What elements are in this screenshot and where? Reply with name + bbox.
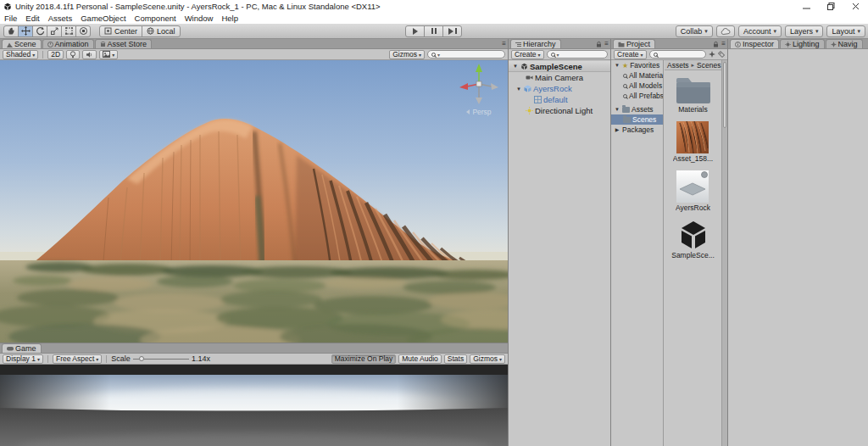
scrollbar-thumb[interactable]	[723, 62, 726, 128]
scene-viewport[interactable]: Persp	[0, 60, 508, 343]
favorite-all-models[interactable]: All Models	[611, 81, 663, 91]
expander-icon[interactable]: ▶	[614, 127, 620, 132]
assets-root-folder[interactable]: ▼ Assets	[611, 104, 663, 114]
menu-file[interactable]: File	[0, 13, 21, 24]
menu-help[interactable]: Help	[217, 13, 242, 24]
expander-icon[interactable]: ▼	[512, 64, 519, 69]
asset-item-materials[interactable]: Materials	[676, 75, 711, 114]
search-by-label-icon[interactable]	[718, 51, 725, 58]
asset-item-texture[interactable]: Asset_158...	[673, 121, 713, 163]
scene-effects-dropdown[interactable]: ▾	[99, 50, 118, 59]
dropdown-arrow-icon: ▾	[112, 52, 114, 58]
hierarchy-search-input[interactable]: ▾	[547, 50, 608, 59]
axis-gizmo-icon	[456, 62, 502, 106]
hierarchy-item-samplescene[interactable]: ▼ SampleScene	[509, 61, 610, 72]
toolbar-right: Collab▾ Account▾ Layers▾ Layout▾	[676, 25, 865, 37]
lock-icon[interactable]	[713, 41, 719, 47]
scale-tool-button[interactable]	[47, 25, 62, 37]
tab-hierarchy[interactable]: Hierarchy	[510, 39, 561, 48]
hierarchy-item-directional-light[interactable]: Directional Light	[509, 105, 610, 116]
menu-assets[interactable]: Assets	[44, 13, 77, 24]
display-dropdown[interactable]: Display 1▾	[3, 354, 43, 364]
game-gizmos-dropdown[interactable]: Gizmos▾	[470, 354, 505, 364]
persp-label[interactable]: Persp	[455, 108, 503, 116]
project-search-input[interactable]	[649, 50, 706, 59]
play-button[interactable]	[405, 25, 425, 37]
scenes-folder[interactable]: Scenes	[611, 114, 663, 125]
asset-item-scene[interactable]: SampleSce...	[671, 220, 715, 259]
search-icon	[623, 84, 627, 88]
scene-gizmos-dropdown[interactable]: Gizmos▾	[389, 50, 425, 59]
close-button[interactable]	[843, 0, 868, 13]
panel-menu-icon[interactable]: ≡	[502, 41, 506, 47]
tab-project[interactable]: Project	[613, 39, 655, 48]
scene-lighting-toggle[interactable]	[66, 50, 80, 59]
move-tool-button[interactable]	[18, 25, 33, 37]
scene-orientation-gizmo[interactable]: Persp	[455, 62, 503, 116]
game-scale-slider[interactable]	[133, 355, 189, 363]
hierarchy-item-default[interactable]: default	[509, 94, 610, 105]
tab-lighting[interactable]: Lighting	[780, 39, 825, 48]
panel-menu-icon[interactable]: ≡	[604, 41, 609, 47]
favorites-group[interactable]: ▼ ★ Favorites	[611, 60, 663, 70]
minimize-button[interactable]	[794, 0, 819, 13]
lightbulb-icon	[70, 51, 76, 59]
breadcrumb-scenes[interactable]: Scenes	[697, 61, 721, 70]
unity-scene-icon	[520, 63, 528, 70]
asset-item-ayersrock-model[interactable]: AyersRock	[676, 170, 710, 212]
tab-animation[interactable]: Animation	[42, 39, 94, 48]
pivot-mode-button[interactable]: Center	[99, 25, 142, 37]
menu-component[interactable]: Component	[131, 13, 181, 24]
search-by-type-icon[interactable]	[709, 51, 715, 58]
scene-render	[0, 60, 508, 343]
restore-button[interactable]	[819, 0, 843, 13]
expander-icon[interactable]: ▼	[614, 107, 620, 112]
panel-menu-icon[interactable]: ≡	[721, 41, 726, 47]
scene-tab-icon	[7, 42, 13, 47]
project-scrollbar[interactable]	[721, 60, 727, 446]
tab-navigation[interactable]: Navig	[826, 39, 863, 48]
hierarchy-item-ayersrock[interactable]: ▼ AyersRock	[509, 83, 610, 94]
project-create-button[interactable]: Create▾	[614, 50, 647, 59]
aspect-dropdown[interactable]: Free Aspect▾	[53, 354, 102, 364]
draw-mode-dropdown[interactable]: Shaded▾	[3, 50, 38, 59]
menu-window[interactable]: Window	[181, 13, 218, 24]
menu-edit[interactable]: Edit	[21, 13, 43, 24]
search-icon	[623, 74, 627, 78]
rect-tool-button[interactable]	[61, 25, 76, 37]
mute-audio-button[interactable]: Mute Audio	[398, 354, 442, 364]
pivot-rotation-button[interactable]: Local	[142, 25, 181, 37]
mesh-icon	[534, 96, 542, 103]
tab-asset-store[interactable]: Asset Store	[95, 39, 153, 48]
window-controls	[794, 0, 868, 13]
hierarchy-create-button[interactable]: Create▾	[511, 50, 544, 59]
tab-game[interactable]: Game	[2, 343, 42, 353]
tab-inspector[interactable]: Inspector	[730, 39, 779, 48]
2d-toggle-button[interactable]: 2D	[47, 50, 64, 59]
scene-search-input[interactable]: ▾	[427, 50, 505, 59]
menu-gameobject[interactable]: GameObject	[76, 13, 130, 24]
collab-button[interactable]: Collab▾	[676, 25, 713, 37]
stats-button[interactable]: Stats	[444, 354, 467, 364]
hierarchy-item-main-camera[interactable]: Main Camera	[509, 72, 610, 83]
rotate-tool-button[interactable]	[32, 25, 47, 37]
lock-icon[interactable]	[596, 41, 602, 47]
pause-button[interactable]	[424, 25, 443, 37]
layers-dropdown[interactable]: Layers▾	[785, 25, 824, 37]
tab-scene[interactable]: Scene	[2, 39, 42, 48]
favorite-all-materials[interactable]: All Materials	[611, 70, 663, 81]
favorite-all-prefabs[interactable]: All Prefabs	[611, 91, 663, 101]
expander-icon[interactable]: ▼	[515, 86, 522, 92]
cloud-button[interactable]	[716, 25, 735, 37]
step-button[interactable]	[442, 25, 462, 37]
account-dropdown[interactable]: Account▾	[738, 25, 782, 37]
expander-icon[interactable]: ▼	[614, 63, 620, 68]
scene-audio-toggle[interactable]	[82, 50, 97, 59]
maximize-on-play-button[interactable]: Maximize On Play	[331, 354, 397, 364]
slider-thumb[interactable]	[139, 356, 144, 361]
layout-dropdown[interactable]: Layout▾	[826, 25, 865, 37]
transform-tool-button[interactable]	[75, 25, 91, 37]
pan-tool-button[interactable]	[3, 25, 19, 37]
breadcrumb-assets[interactable]: Assets	[667, 61, 689, 70]
packages-root[interactable]: ▶ Packages	[611, 125, 663, 135]
